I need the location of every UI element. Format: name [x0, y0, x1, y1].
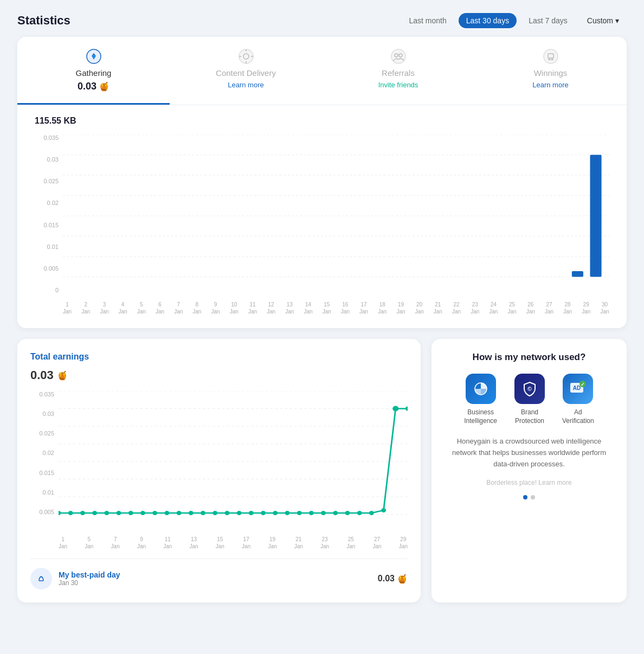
content-delivery-learn-more[interactable]: Learn more — [228, 81, 263, 89]
bottom-section: Total earnings 0.03 🍯 0.035 0.03 0.025 0… — [17, 339, 627, 602]
bar-chart-svg — [63, 134, 609, 297]
svg-point-42 — [249, 511, 254, 515]
gathering-tab-title: Gathering — [76, 68, 112, 78]
page-title: Statistics — [17, 14, 70, 28]
svg-point-33 — [140, 511, 145, 515]
network-card: How is my network used? BusinessIntellig… — [432, 339, 627, 602]
svg-point-36 — [177, 511, 182, 515]
x-axis-bar: 1Jan 2Jan 3Jan 4Jan 5Jan 6Jan 7Jan 8Jan … — [63, 299, 609, 315]
gathering-icon — [85, 48, 102, 65]
tab-gathering[interactable]: Gathering 0.03 🍯 — [17, 37, 170, 105]
honey-icon: 🍯 — [99, 81, 110, 92]
svg-point-30 — [104, 511, 109, 515]
best-paid-day: My best-paid day Jan 30 0.03 🍯 — [30, 559, 408, 589]
gathering-tab-value: 0.03 🍯 — [78, 81, 110, 92]
referrals-icon — [390, 48, 407, 65]
svg-point-28 — [80, 511, 85, 515]
svg-point-46 — [297, 511, 302, 515]
ad-verification-icon: AD ✓ — [563, 374, 593, 404]
line-chart: 1Jan 5Jan 7Jan 9Jan 11Jan 13Jan 15Jan 17… — [59, 391, 408, 550]
svg-point-29 — [92, 511, 97, 515]
winnings-tab-title: Winnings — [534, 68, 568, 78]
svg-point-35 — [164, 511, 169, 515]
line-chart-area: 0.035 0.03 0.025 0.02 0.015 0.01 0.005 — [30, 391, 408, 550]
best-day-title: My best-paid day — [59, 570, 120, 579]
svg-point-53 — [381, 508, 386, 512]
honey-icon-earnings: 🍯 — [57, 370, 68, 381]
svg-point-43 — [261, 511, 266, 515]
svg-point-44 — [273, 511, 278, 515]
svg-point-52 — [369, 511, 374, 515]
total-earnings-value: 0.03 🍯 — [30, 368, 408, 382]
network-description: Honeygain is a crowdsourced web intellig… — [445, 436, 614, 470]
bi-label: BusinessIntelligence — [464, 408, 497, 425]
svg-point-34 — [152, 511, 157, 515]
best-day-date: Jan 30 — [59, 579, 120, 587]
line-y-axis: 0.035 0.03 0.025 0.02 0.015 0.01 0.005 — [30, 391, 54, 550]
total-earnings-title: Total earnings — [30, 352, 408, 362]
svg-text:©: © — [527, 386, 532, 392]
network-icon-ad-verification: AD ✓ AdVerification — [562, 374, 594, 425]
referrals-tab-title: Referrals — [382, 68, 415, 78]
brand-protection-icon: © — [514, 374, 545, 404]
svg-rect-16 — [590, 155, 601, 277]
svg-text:✓: ✓ — [581, 382, 585, 387]
svg-point-55 — [405, 407, 408, 411]
network-icon-business-intelligence: BusinessIntelligence — [464, 374, 497, 425]
earnings-card: Total earnings 0.03 🍯 0.035 0.03 0.025 0… — [17, 339, 421, 602]
best-day-icon — [30, 568, 52, 589]
stats-tabs: Gathering 0.03 🍯 Content Delivery Learn … — [17, 37, 627, 105]
business-intelligence-icon — [466, 374, 496, 404]
winnings-learn-more[interactable]: Learn more — [532, 81, 568, 89]
svg-text:AD: AD — [573, 385, 581, 391]
svg-point-54 — [392, 406, 398, 412]
svg-point-48 — [321, 511, 326, 515]
date-filter-group: Last month Last 30 days Last 7 days Cust… — [402, 13, 627, 28]
filter-last-7-days[interactable]: Last 7 days — [521, 13, 575, 28]
svg-point-49 — [333, 511, 338, 515]
best-day-value: 0.03 🍯 — [378, 574, 408, 584]
line-chart-svg — [59, 391, 408, 532]
tab-winnings[interactable]: Winnings Learn more — [474, 37, 627, 105]
chart-data-label: 115.55 KB — [35, 116, 609, 126]
filter-custom[interactable]: Custom ▾ — [579, 13, 627, 28]
svg-rect-17 — [572, 271, 583, 277]
svg-point-37 — [189, 511, 194, 515]
svg-point-31 — [117, 511, 121, 515]
page: Statistics Last month Last 30 days Last … — [0, 0, 644, 654]
network-subtext: Borderless place! Learn more — [445, 479, 614, 486]
svg-point-27 — [68, 511, 73, 515]
svg-point-50 — [345, 511, 350, 515]
svg-point-51 — [357, 511, 362, 515]
bp-label: BrandProtection — [515, 408, 544, 425]
pagination-dots — [445, 495, 614, 499]
network-icon-brand-protection: © BrandProtection — [514, 374, 545, 425]
svg-point-38 — [201, 511, 205, 515]
dot-2[interactable] — [531, 495, 535, 499]
svg-point-41 — [237, 511, 242, 515]
network-card-title: How is my network used? — [445, 352, 614, 363]
best-day-info: My best-paid day Jan 30 — [59, 570, 120, 587]
svg-point-40 — [224, 511, 229, 515]
bar-chart: 1Jan 2Jan 3Jan 4Jan 5Jan 6Jan 7Jan 8Jan … — [63, 134, 609, 315]
svg-point-56 — [36, 573, 47, 584]
bar-chart-area: 115.55 KB 0.035 0.03 0.025 0.02 0.015 0.… — [17, 105, 627, 315]
tab-referrals[interactable]: Referrals Invite friends — [322, 37, 474, 105]
line-x-axis: 1Jan 5Jan 7Jan 9Jan 11Jan 13Jan 15Jan 17… — [59, 534, 408, 550]
page-header: Statistics Last month Last 30 days Last … — [17, 13, 627, 28]
y-axis: 0.035 0.03 0.025 0.02 0.015 0.01 0.005 0 — [35, 134, 59, 315]
content-delivery-tab-title: Content Delivery — [216, 68, 276, 78]
svg-point-39 — [212, 511, 217, 515]
honey-icon-best-day: 🍯 — [397, 574, 408, 584]
svg-point-47 — [309, 511, 314, 515]
dot-1[interactable] — [523, 495, 527, 499]
filter-last-month[interactable]: Last month — [402, 13, 454, 28]
winnings-icon — [542, 48, 559, 65]
content-delivery-icon — [237, 48, 255, 65]
tab-content-delivery[interactable]: Content Delivery Learn more — [170, 37, 322, 105]
referrals-invite-friends[interactable]: Invite friends — [378, 81, 418, 89]
stats-card: Gathering 0.03 🍯 Content Delivery Learn … — [17, 37, 627, 328]
svg-point-6 — [544, 49, 558, 63]
svg-point-32 — [128, 511, 133, 515]
filter-last-30-days[interactable]: Last 30 days — [459, 13, 517, 28]
